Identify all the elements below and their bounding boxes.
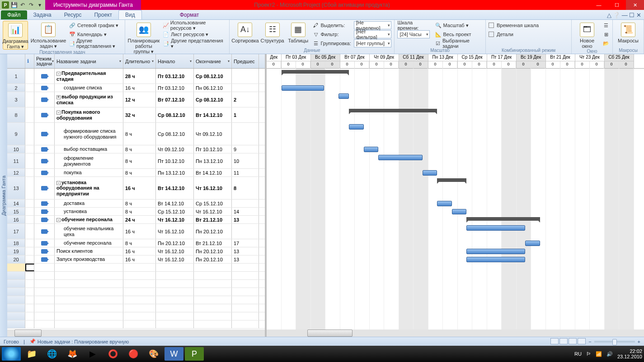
row-pred[interactable] [232, 224, 259, 239]
table-row-new[interactable] [7, 264, 265, 272]
row-duration[interactable]: 12 ч [123, 92, 156, 107]
gantt-body[interactable] [267, 69, 644, 337]
gantt-task-bar[interactable] [338, 93, 349, 99]
row-name[interactable]: обучение начальника цеха [55, 224, 123, 239]
row-info[interactable] [25, 84, 34, 92]
row-duration[interactable]: 8 ч [123, 169, 156, 176]
row-mode[interactable] [34, 216, 55, 223]
hide-button[interactable]: 📂 [602, 39, 610, 48]
row-name[interactable]: -Покупка нового оборудования [55, 107, 123, 122]
filter-combo[interactable]: [Нет фильтра] [354, 30, 392, 38]
gantt-task-bar[interactable] [466, 249, 525, 254]
row-duration[interactable]: 24 ч [123, 216, 156, 223]
outline-toggle[interactable]: - [56, 111, 61, 115]
row-end[interactable]: Пн 06.12.10 [194, 84, 232, 92]
row-number[interactable]: 1 [7, 69, 25, 84]
tb-media[interactable]: ▶ [83, 347, 102, 361]
row-info[interactable] [25, 107, 34, 122]
ribbon-collapse-icon[interactable]: △ ❔ — ☐ ✕ [604, 11, 644, 19]
row-info[interactable] [25, 216, 34, 223]
row-number[interactable]: 15 [7, 208, 25, 215]
row-start[interactable]: Пт 03.12.10 [156, 69, 194, 84]
row-pred[interactable] [232, 84, 259, 92]
table-row[interactable]: 14доставка8 чВт 14.12.10Ср 15.12.10 [7, 200, 265, 208]
switch-windows-button[interactable]: ☰ [602, 21, 610, 30]
tray-flag-icon[interactable]: 🏳 [586, 351, 591, 357]
gantt-task-bar[interactable] [349, 124, 364, 130]
table-row[interactable]: 2создание списка16 чПт 03.12.10Пн 06.12.… [7, 84, 265, 92]
outline-toggle[interactable]: + [56, 95, 61, 99]
row-number[interactable]: 12 [7, 169, 25, 176]
row-end[interactable]: Пн 20.12.10 [194, 255, 232, 263]
row-mode[interactable] [34, 92, 55, 107]
timeline-checkbox[interactable]: Временная шкала [489, 21, 539, 30]
row-pred[interactable]: 9 [232, 145, 259, 153]
row-mode[interactable] [34, 255, 55, 263]
row-info[interactable] [25, 255, 34, 263]
row-mode[interactable] [34, 200, 55, 207]
row-number[interactable]: 13 [7, 177, 25, 199]
row-end[interactable]: Чт 16.12.10 [194, 208, 232, 215]
table-row-empty[interactable] [7, 320, 265, 329]
gantt-summary-bar[interactable] [437, 178, 466, 182]
row-mode[interactable] [34, 153, 55, 168]
row-number[interactable]: 18 [7, 239, 25, 247]
row-mode[interactable] [34, 69, 55, 84]
col-info[interactable]: ℹ [25, 54, 34, 68]
table-hscroll[interactable] [7, 330, 265, 337]
gantt-task-bar[interactable] [452, 209, 467, 214]
table-row-empty[interactable] [7, 280, 265, 288]
row-start[interactable]: Чт 16.12.10 [156, 216, 194, 223]
zoom-in-button[interactable]: + [638, 339, 640, 344]
row-name[interactable]: выбор поставщика [55, 145, 123, 153]
zoom-slider[interactable] [594, 341, 635, 343]
row-name[interactable]: покупка [55, 169, 123, 176]
row-mode[interactable] [34, 247, 55, 255]
row-number[interactable]: 10 [7, 145, 25, 153]
row-duration[interactable]: 16 ч [123, 224, 156, 239]
row-end[interactable]: Вт 21.12.10 [194, 239, 232, 247]
row-mode[interactable] [34, 224, 55, 239]
resource-usage-button[interactable]: 📈Использование ресурсов ▾ [162, 21, 226, 30]
row-info[interactable] [25, 208, 34, 215]
tab-task[interactable]: Задача [27, 10, 58, 19]
table-row[interactable]: 8-Покупка нового оборудования32 чСр 08.1… [7, 107, 265, 123]
row-mode[interactable] [34, 107, 55, 122]
row-end[interactable]: Пн 20.12.10 [194, 247, 232, 255]
tab-resource[interactable]: Ресурс [58, 10, 88, 19]
macros-button[interactable]: 📜Макросы [616, 21, 641, 43]
row-duration[interactable]: 32 ч [123, 107, 156, 122]
redo-icon[interactable]: ↷ [28, 1, 35, 9]
row-number[interactable]: 8 [7, 107, 25, 122]
row-name[interactable]: -Предварительная стадия [55, 69, 123, 84]
row-number[interactable]: 19 [7, 247, 25, 255]
row-pred[interactable]: 13 [232, 255, 259, 263]
table-row[interactable]: 17обучение начальника цеха16 чЧт 16.12.1… [7, 224, 265, 239]
arrange-button[interactable]: ⊞ [602, 30, 610, 39]
timescale-combo[interactable]: [24] Часы [397, 30, 430, 38]
table-row[interactable]: 15установка8 чСр 15.12.10Чт 16.12.1014 [7, 208, 265, 216]
tray-network-icon[interactable]: 📶 [596, 351, 602, 357]
other-views-1-button[interactable]: 📑Другие представления ▾ [69, 39, 122, 48]
row-duration[interactable]: 8 ч [123, 208, 156, 215]
team-planner-button[interactable]: 👥Планировщик работы группы ▾ [128, 21, 160, 54]
outline-toggle[interactable]: - [56, 218, 61, 222]
col-duration[interactable]: Длительно▾ [123, 54, 156, 68]
col-end[interactable]: Окончание▾ [194, 54, 232, 68]
table-row[interactable]: 1-Предварительная стадия28 чПт 03.12.10С… [7, 69, 265, 84]
gantt-hscroll-thumb[interactable] [307, 330, 353, 337]
row-info[interactable] [25, 169, 34, 176]
row-info[interactable] [25, 145, 34, 153]
row-start[interactable]: Вт 14.12.10 [156, 200, 194, 207]
col-start[interactable]: Начало▾ [156, 54, 194, 68]
row-end[interactable]: Ср 15.12.10 [194, 200, 232, 207]
tables-button[interactable]: ▦Таблицы [287, 21, 310, 43]
tb-word[interactable]: W [165, 347, 183, 361]
row-duration[interactable]: 28 ч [123, 69, 156, 84]
row-pred[interactable]: 8 [232, 177, 259, 199]
row-start[interactable]: Чт 16.12.10 [156, 247, 194, 255]
row-end[interactable]: Пн 13.12.10 [194, 153, 232, 168]
gantt-summary-bar[interactable] [466, 217, 540, 221]
zoom-button[interactable]: 🔍Масштаб ▾ [435, 21, 483, 30]
gantt-summary-bar[interactable] [282, 70, 349, 74]
